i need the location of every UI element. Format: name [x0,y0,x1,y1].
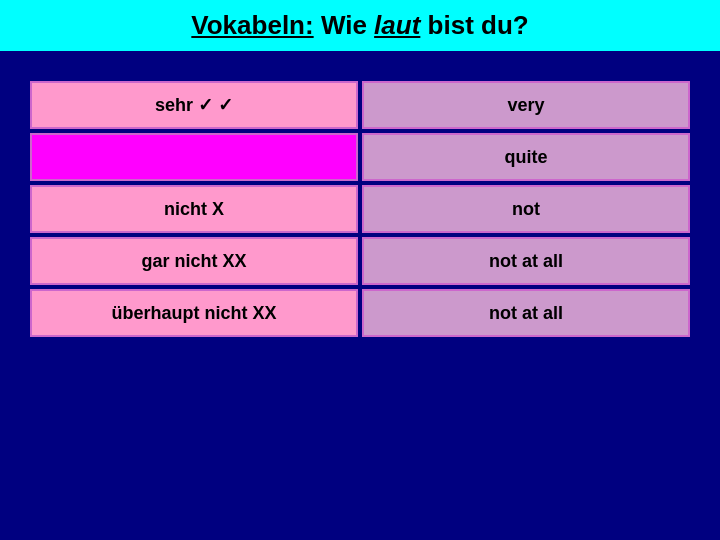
cell-english-1: quite [362,133,690,181]
cell-german-0: sehr ✓ ✓ [30,81,358,129]
title-vokabeln: Vokabeln: [191,10,313,40]
title-laut: laut [374,10,420,40]
title-bar: Vokabeln: Wie laut bist du? [0,0,720,51]
table-row: sehr ✓ ✓very [30,81,690,129]
table-row: gar nicht XXnot at all [30,237,690,285]
table-row: quite [30,133,690,181]
table-row: überhaupt nicht XXnot at all [30,289,690,337]
cell-english-4: not at all [362,289,690,337]
cell-german-2: nicht X [30,185,358,233]
table-row: nicht Xnot [30,185,690,233]
cell-german-1 [30,133,358,181]
cell-german-3: gar nicht XX [30,237,358,285]
cell-english-2: not [362,185,690,233]
cell-english-3: not at all [362,237,690,285]
vocabulary-table: sehr ✓ ✓veryquitenicht Xnotgar nicht XXn… [30,81,690,337]
title-wie: Wie [314,10,374,40]
cell-english-0: very [362,81,690,129]
cell-german-4: überhaupt nicht XX [30,289,358,337]
title-suffix: bist du? [420,10,528,40]
